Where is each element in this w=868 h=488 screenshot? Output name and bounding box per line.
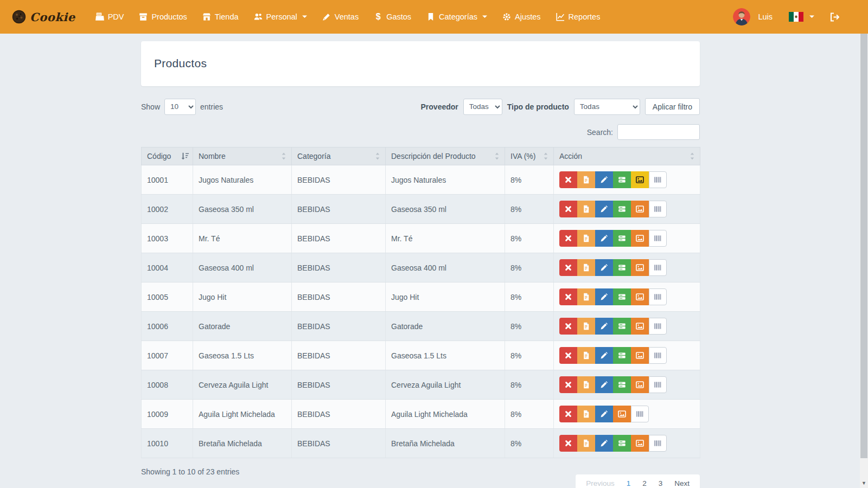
image-button[interactable] — [631, 376, 649, 393]
delete-button[interactable] — [559, 259, 577, 276]
money-button[interactable] — [613, 376, 631, 393]
nav-item-pdv[interactable]: PDV — [90, 8, 130, 25]
money-button[interactable] — [613, 230, 631, 247]
signout-icon[interactable] — [829, 12, 840, 22]
edit-button[interactable] — [595, 171, 613, 188]
barcode-button[interactable] — [649, 288, 667, 305]
delete-button[interactable] — [559, 201, 577, 217]
user-name[interactable]: Luis — [758, 12, 773, 21]
column-header[interactable]: Descripción del Producto — [386, 147, 505, 165]
barcode-button[interactable] — [649, 230, 667, 247]
column-header[interactable]: Acción — [554, 147, 700, 165]
pagination-page-2[interactable]: 2 — [637, 478, 652, 488]
column-header[interactable]: Código — [142, 147, 193, 165]
file-button[interactable] — [577, 376, 595, 393]
delete-button[interactable] — [559, 171, 577, 188]
vertical-scrollbar[interactable]: ▼ — [860, 34, 868, 488]
barcode-button[interactable] — [649, 376, 667, 393]
nav-item-label: Productos — [151, 12, 187, 21]
file-button[interactable] — [577, 171, 595, 188]
delete-button[interactable] — [559, 435, 577, 452]
edit-button[interactable] — [595, 201, 613, 217]
nav-item-ajustes[interactable]: Ajustes — [496, 8, 547, 25]
table-row: 10010Bretaña MicheladaBEBIDASBretaña Mic… — [142, 429, 700, 458]
file-button[interactable] — [577, 318, 595, 335]
column-header[interactable]: Nombre — [193, 147, 292, 165]
scrollbar-thumb[interactable] — [860, 34, 867, 458]
tipo-producto-select[interactable]: Todas — [574, 99, 640, 115]
pagination-next[interactable]: Next — [669, 478, 694, 488]
scrollbar-down-arrow[interactable]: ▼ — [860, 480, 868, 486]
cell-iva: 8% — [505, 195, 554, 224]
edit-button[interactable] — [595, 376, 613, 393]
brand[interactable]: Cookie — [12, 10, 75, 24]
delete-button[interactable] — [559, 230, 577, 247]
edit-button[interactable] — [595, 406, 613, 422]
image-button[interactable] — [631, 259, 649, 276]
money-button[interactable] — [613, 171, 631, 188]
pagination-page-3[interactable]: 3 — [654, 478, 668, 488]
image-button[interactable] — [631, 171, 649, 188]
page-length-select[interactable]: 10 — [164, 99, 196, 115]
nav-item-gastos[interactable]: $Gastos — [368, 8, 417, 25]
table-row: 10004Gaseosa 400 mlBEBIDASGaseosa 400 ml… — [142, 253, 700, 282]
delete-button[interactable] — [559, 347, 577, 364]
money-button[interactable] — [613, 347, 631, 364]
avatar[interactable] — [733, 8, 750, 25]
cell-nombre: Gaseosa 1.5 Lts — [193, 341, 292, 370]
nav-item-personal[interactable]: Personal — [248, 8, 313, 25]
apply-filter-button[interactable]: Aplicar filtro — [645, 98, 700, 115]
edit-button[interactable] — [595, 347, 613, 364]
money-button[interactable] — [613, 259, 631, 276]
barcode-button[interactable] — [649, 318, 667, 335]
file-button[interactable] — [577, 406, 595, 422]
nav-item-ventas[interactable]: Ventas — [316, 8, 365, 25]
search-input[interactable] — [617, 124, 700, 140]
barcode-button[interactable] — [649, 347, 667, 364]
file-button[interactable] — [577, 201, 595, 217]
pagination-previous[interactable]: Previous — [581, 478, 620, 488]
language-selector[interactable] — [789, 12, 814, 22]
image-button[interactable] — [613, 406, 631, 422]
delete-button[interactable] — [559, 376, 577, 393]
delete-button[interactable] — [559, 288, 577, 305]
image-button[interactable] — [631, 435, 649, 452]
edit-button[interactable] — [595, 288, 613, 305]
edit-button[interactable] — [595, 435, 613, 452]
money-button[interactable] — [613, 318, 631, 335]
file-button[interactable] — [577, 288, 595, 305]
image-button[interactable] — [631, 201, 649, 217]
barcode-button[interactable] — [649, 171, 667, 188]
nav-item-tienda[interactable]: Tienda — [196, 8, 245, 25]
nav-item-productos[interactable]: Productos — [133, 8, 193, 25]
column-header[interactable]: IVA (%) — [505, 147, 554, 165]
barcode-button[interactable] — [649, 201, 667, 217]
image-button[interactable] — [631, 318, 649, 335]
file-button[interactable] — [577, 347, 595, 364]
edit-button[interactable] — [595, 259, 613, 276]
file-button[interactable] — [577, 259, 595, 276]
image-button[interactable] — [631, 288, 649, 305]
edit-button[interactable] — [595, 230, 613, 247]
nav-item-categorias[interactable]: Categorías — [420, 8, 493, 25]
money-button[interactable] — [613, 288, 631, 305]
barcode-icon — [654, 293, 662, 301]
edit-button[interactable] — [595, 318, 613, 335]
proveedor-select[interactable]: Todas — [463, 99, 502, 115]
image-button[interactable] — [631, 230, 649, 247]
nav-item-reportes[interactable]: Reportes — [550, 8, 607, 25]
barcode-button[interactable] — [649, 259, 667, 276]
barcode-button[interactable] — [631, 406, 649, 422]
delete-button[interactable] — [559, 318, 577, 335]
table-controls: Show 10 entries Proveedor Todas Tipo de … — [141, 98, 700, 115]
money-button[interactable] — [613, 435, 631, 452]
image-button[interactable] — [631, 347, 649, 364]
delete-button[interactable] — [559, 406, 577, 422]
file-button[interactable] — [577, 435, 595, 452]
money-button[interactable] — [613, 201, 631, 217]
barcode-button[interactable] — [649, 435, 667, 452]
filters: Proveedor Todas Tipo de producto Todas A… — [421, 98, 700, 115]
pagination-page-1[interactable]: 1 — [622, 478, 636, 488]
column-header[interactable]: Categoría — [292, 147, 386, 165]
file-button[interactable] — [577, 230, 595, 247]
